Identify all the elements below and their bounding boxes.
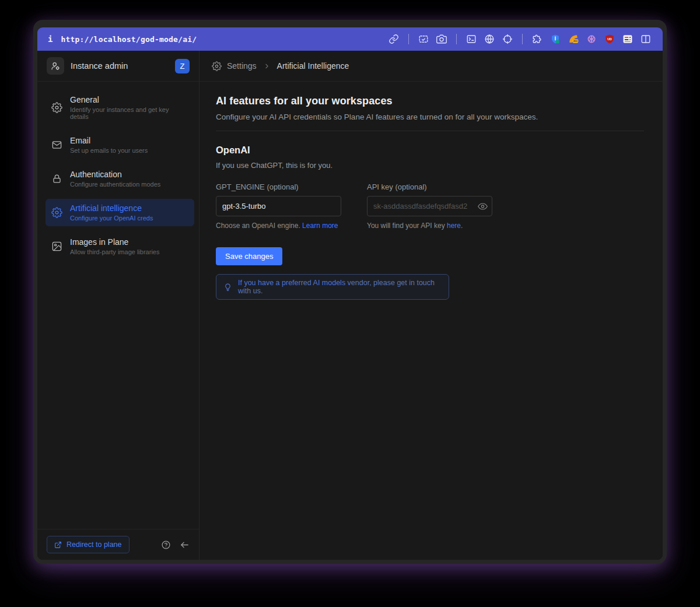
breadcrumb-current-page: Artificial Intelligence [277, 61, 349, 71]
crosshair-icon[interactable] [502, 34, 513, 44]
sidebar-item-label: Email [70, 136, 148, 145]
sidebar-footer: Redirect to plane [37, 529, 199, 560]
instance-admin-title: Instance admin [71, 61, 128, 71]
sidebar-item-sublabel: Configure your OpenAI creds [70, 215, 153, 222]
redirect-to-plane-label: Redirect to plane [66, 541, 122, 549]
sidebar-item-sublabel: Set up emails to your users [70, 147, 148, 154]
sidebar-nav: GeneralIdentify your instances and get k… [37, 82, 199, 260]
avatar: Z [175, 59, 190, 73]
help-icon[interactable] [161, 540, 171, 550]
learn-more-link[interactable]: Learn more [302, 222, 338, 230]
api-key-input[interactable] [367, 196, 492, 216]
sidebar-item-sublabel: Allow third-party image libraries [70, 248, 159, 255]
openai-extension-icon[interactable] [586, 34, 597, 44]
split-view-icon[interactable] [640, 34, 651, 44]
sidebar-item-label: Authentication [70, 170, 160, 179]
sidebar-item-label: General [70, 95, 188, 104]
page-subtitle: Configure your AI API credentials so Pla… [216, 113, 644, 121]
collapse-sidebar-arrow-icon[interactable] [180, 540, 190, 550]
instance-admin-icon [47, 57, 64, 75]
gear-icon [51, 102, 62, 113]
sidebar-item-images-in-plane[interactable]: Images in PlaneAllow third-party image l… [46, 233, 194, 260]
sidebar-item-label: Artificial intelligence [70, 203, 153, 213]
settings-gear-icon [212, 61, 222, 71]
extensions-puzzle-icon[interactable] [532, 34, 542, 44]
url-bar: i http://localhost/god-mode/ai/ 303 UD [37, 27, 663, 51]
here-link[interactable]: here [447, 222, 461, 230]
api-key-help: You will find your API key here. [367, 222, 492, 230]
save-changes-button[interactable]: Save changes [216, 247, 282, 265]
breadcrumb-settings[interactable]: Settings [227, 61, 257, 71]
sidebar-header: Instance admin Z [37, 51, 199, 82]
banner-text: If you have a preferred AI models vendor… [238, 279, 442, 295]
toolbar-separator [456, 34, 457, 44]
feed-extension-icon[interactable] [622, 34, 633, 44]
sidebar: Instance admin Z GeneralIdentify your in… [37, 51, 200, 560]
api-key-label: API key (optional) [367, 183, 492, 191]
mail-icon [51, 139, 62, 150]
gpt-engine-label: GPT_ENGINE (optional) [216, 183, 341, 191]
eye-icon[interactable] [478, 201, 488, 211]
toolbar-separator [408, 34, 409, 44]
link-icon[interactable] [388, 34, 399, 44]
help-text: Choose an OpenAI engine. [216, 222, 302, 230]
camera-icon[interactable] [436, 34, 447, 44]
external-link-icon [54, 541, 62, 549]
gpt-engine-input[interactable] [216, 196, 341, 216]
info-icon: i [48, 34, 52, 44]
sidebar-item-authentication[interactable]: AuthenticationConfigure authentication m… [46, 165, 194, 192]
globe-icon[interactable] [484, 34, 495, 44]
sidebar-item-label: Images in Plane [70, 237, 159, 247]
help-text: You will find your API key [367, 222, 447, 230]
screenshot-icon[interactable] [418, 34, 429, 44]
openai-section-description: If you use ChatGPT, this is for you. [216, 161, 644, 170]
browser-window: i http://localhost/god-mode/ai/ 303 UD [33, 20, 667, 564]
svg-text:UD: UD [607, 37, 612, 41]
help-text: . [461, 222, 463, 230]
tab-manager-extension-icon[interactable]: 303 [568, 34, 579, 44]
address-url[interactable]: http://localhost/god-mode/ai/ [61, 35, 197, 44]
openai-section-title: OpenAI [216, 145, 644, 156]
svg-text:303: 303 [573, 40, 578, 43]
main-panel: Settings Artificial Intelligence AI feat… [200, 51, 663, 560]
divider [216, 131, 644, 131]
gpt-engine-help: Choose an OpenAI engine. Learn more [216, 222, 341, 230]
ai-cog-icon [51, 207, 62, 218]
sidebar-item-sublabel: Configure authentication modes [70, 181, 160, 188]
sidebar-item-email[interactable]: EmailSet up emails to your users [46, 131, 194, 159]
page-title: AI features for all your workspaces [216, 95, 644, 107]
sidebar-item-sublabel: Identify your instances and get key deta… [70, 106, 188, 120]
chevron-right-icon [263, 62, 271, 70]
lock-icon [51, 173, 62, 184]
breadcrumb: Settings Artificial Intelligence [200, 51, 663, 82]
sidebar-item-artificial-intelligence[interactable]: Artificial intelligenceConfigure your Op… [46, 199, 194, 226]
ai-vendor-banner: If you have a preferred AI models vendor… [216, 274, 449, 300]
password-manager-extension-icon[interactable] [550, 34, 561, 44]
image-icon [51, 241, 62, 252]
redirect-to-plane-button[interactable]: Redirect to plane [47, 536, 130, 553]
sidebar-item-general[interactable]: GeneralIdentify your instances and get k… [46, 90, 194, 125]
lightbulb-icon [223, 283, 232, 292]
ublock-extension-icon[interactable]: UD [604, 34, 615, 44]
terminal-icon[interactable] [466, 34, 477, 44]
toolbar-separator [522, 34, 523, 44]
